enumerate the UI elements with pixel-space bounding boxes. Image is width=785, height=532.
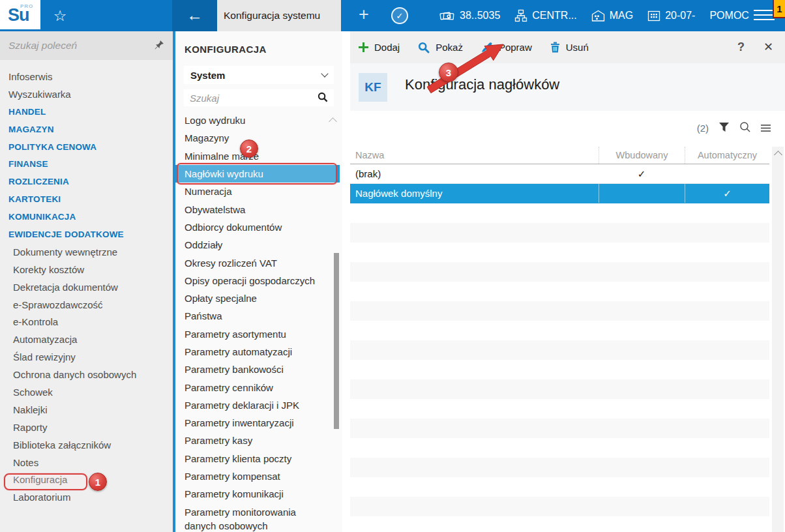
- column-header-automatyczny[interactable]: Automatyczny: [685, 147, 769, 164]
- sidebar-item-ochrona-danych-osobowych[interactable]: Ochrona danych osobowych: [0, 366, 173, 383]
- config-item-logo-wydruku[interactable]: Logo wydruku: [175, 111, 342, 129]
- sidebar-item-biblioteka-załączników[interactable]: Biblioteka załączników: [0, 436, 173, 454]
- column-header-nazwa[interactable]: Nazwa: [350, 150, 599, 160]
- config-item-parametry-kompensat[interactable]: Parametry kompensat: [175, 467, 342, 485]
- config-item-label: Parametry komunikacji: [185, 488, 284, 499]
- config-item-parametry-bankowości[interactable]: Parametry bankowości: [175, 361, 342, 378]
- sidebar-item-magazyn[interactable]: MAGAZYN: [0, 121, 173, 138]
- config-item-parametry-deklaracji-i-jpk[interactable]: Parametry deklaracji i JPK: [175, 396, 342, 414]
- sidebar-item-dekretacja-dokumentów[interactable]: Dekretacja dokumentów: [0, 278, 173, 296]
- status-item-mag[interactable]: MAG: [591, 10, 633, 22]
- back-button[interactable]: [172, 0, 217, 31]
- command-search-input[interactable]: Szukaj poleceń: [0, 31, 173, 60]
- config-item-obywatelstwa[interactable]: Obywatelstwa: [175, 200, 342, 218]
- sidebar-item-komunikacja[interactable]: KOMUNIKACJA: [0, 208, 173, 226]
- config-item-nagłówki-wydruku[interactable]: Nagłówki wydruku: [175, 165, 340, 183]
- config-item-parametry-klienta-poczty[interactable]: Parametry klienta poczty: [175, 450, 342, 467]
- pin-icon[interactable]: [155, 40, 164, 52]
- app-logo[interactable]: Su PRO: [0, 0, 40, 29]
- config-item-parametry-kasy[interactable]: Parametry kasy: [175, 432, 342, 449]
- sidebar-item-wyszukiwarka[interactable]: Wyszukiwarka: [0, 85, 173, 103]
- sidebar-item-handel[interactable]: HANDEL: [0, 103, 173, 121]
- topbar-status: 38..5035CENTR...MAG20-07-POMOC: [391, 0, 745, 31]
- sidebar-item-naklejki[interactable]: Naklejki: [0, 401, 173, 419]
- favorites-star-icon[interactable]: [47, 0, 73, 31]
- sidebar-item-e-sprawozdawczość[interactable]: e-Sprawozdawczość: [0, 296, 173, 314]
- dodaj-button[interactable]: Dodaj: [359, 42, 400, 53]
- sidebar-item-schowek[interactable]: Schowek: [0, 383, 173, 401]
- config-item-parametry-inwentaryzacji[interactable]: Parametry inwentaryzacji: [175, 414, 342, 432]
- sidebar-item-finanse[interactable]: FINANSE: [0, 155, 173, 173]
- search-icon[interactable]: [739, 121, 750, 134]
- config-item-parametry-cenników[interactable]: Parametry cenników: [175, 378, 342, 396]
- empty-row: [350, 360, 769, 379]
- config-item-odbiorcy-dokumentów[interactable]: Odbiorcy dokumentów: [175, 218, 342, 236]
- empty-row: [350, 223, 769, 243]
- config-item-label: Numeracja: [185, 186, 232, 197]
- headers-table: NazwaWbudowanyAutomatyczny(brak)✓Nagłówe…: [350, 147, 769, 532]
- pokaż-button[interactable]: Pokaż: [418, 42, 463, 53]
- config-search-input[interactable]: Szukaj: [184, 89, 334, 106]
- close-icon[interactable]: [763, 31, 773, 63]
- status-item-sync-check-icon[interactable]: [391, 7, 408, 24]
- scroll-up-icon[interactable]: [329, 117, 337, 126]
- scroll-up-icon[interactable]: [774, 151, 782, 159]
- sidebar-item-ślad-rewizyjny[interactable]: Ślad rewizyjny: [0, 348, 173, 366]
- config-item-parametry-automatyzacji[interactable]: Parametry automatyzacji: [175, 343, 342, 361]
- config-item-parametry-asortymentu[interactable]: Parametry asortymentu: [175, 325, 342, 343]
- usuń-button[interactable]: Usuń: [550, 42, 589, 53]
- sidebar-item-e-kontrola[interactable]: e-Kontrola: [0, 313, 173, 331]
- config-item-label: Parametry bankowości: [185, 364, 284, 375]
- notification-badge[interactable]: 1: [773, 0, 785, 18]
- config-list: Logo wydrukuMagazynyMinimalne marżeNagłó…: [175, 111, 342, 532]
- help-icon[interactable]: [737, 31, 745, 63]
- tab-konfiguracja-systemu[interactable]: Konfiguracja systemu: [217, 0, 341, 31]
- config-item-numeracja[interactable]: Numeracja: [175, 183, 342, 200]
- sidebar-item-notes[interactable]: Notes: [0, 454, 173, 471]
- sidebar-item-rozliczenia[interactable]: ROZLICZENIA: [0, 173, 173, 190]
- table-row-nagłówek-domyślny[interactable]: Nagłówek domyślny✓: [350, 184, 769, 203]
- sidebar-item-automatyzacja[interactable]: Automatyzacja: [0, 331, 173, 348]
- config-item-opłaty-specjalne[interactable]: Opłaty specjalne: [175, 289, 342, 307]
- empty-row: [350, 438, 769, 458]
- brush-icon: [481, 42, 493, 53]
- table-row-brak[interactable]: (brak)✓: [350, 164, 769, 184]
- status-item-20-07[interactable]: 20-07-: [647, 10, 695, 22]
- config-item-minimalne-marże[interactable]: Minimalne marże: [175, 147, 342, 165]
- sidebar-item-infoserwis[interactable]: Infoserwis: [0, 68, 173, 85]
- config-item-parametry-monitorowania-danych-osobowych[interactable]: Parametry monitorowania danych osobowych: [175, 503, 342, 532]
- sidebar-item-laboratorium[interactable]: Laboratorium: [0, 488, 173, 506]
- sidebar-item-dokumenty-wewnętrzne[interactable]: Dokumenty wewnętrzne: [0, 243, 173, 261]
- config-item-label: Parametry cenników: [185, 382, 273, 393]
- config-item-okresy-rozliczeń-vat[interactable]: Okresy rozliczeń VAT: [175, 254, 342, 271]
- config-list-scrollbar[interactable]: [334, 253, 339, 429]
- config-item-państwa[interactable]: Państwa: [175, 307, 342, 325]
- new-tab-button[interactable]: [352, 0, 376, 31]
- status-item-pomoc[interactable]: POMOC: [709, 10, 748, 22]
- toolbar-button-label: Dodaj: [374, 42, 400, 53]
- status-item-label: POMOC: [709, 10, 748, 22]
- menu-icon[interactable]: [754, 10, 775, 22]
- sidebar-item-ewidencje-dodatkowe[interactable]: EWIDENCJE DODATKOWE: [0, 226, 173, 243]
- column-header-wbudowany[interactable]: Wbudowany: [599, 147, 685, 164]
- config-item-oddziały[interactable]: Oddziały: [175, 236, 342, 254]
- sidebar-item-konfiguracja[interactable]: Konfiguracja: [0, 471, 173, 488]
- sidebar-item-kartoteki[interactable]: KARTOTEKI: [0, 190, 173, 208]
- config-item-parametry-komunikacji[interactable]: Parametry komunikacji: [175, 485, 342, 503]
- category-select[interactable]: System: [184, 66, 334, 84]
- list-menu-icon[interactable]: [761, 123, 771, 134]
- sidebar-item-raporty[interactable]: Raporty: [0, 419, 173, 436]
- status-item-label: 38..5035: [460, 10, 500, 22]
- search-icon[interactable]: [318, 92, 328, 104]
- popraw-button[interactable]: Popraw: [481, 42, 532, 53]
- status-item-centr[interactable]: CENTR...: [514, 9, 576, 22]
- config-item-magazyny[interactable]: Magazyny: [175, 129, 342, 147]
- filter-icon[interactable]: [719, 123, 729, 134]
- config-item-opisy-operacji-gospodarczych[interactable]: Opisy operacji gospodarczych: [175, 272, 342, 289]
- category-select-value: System: [190, 70, 225, 81]
- sidebar-item-polityka-cenowa[interactable]: POLITYKA CENOWA: [0, 138, 173, 156]
- main-list-scrollbar[interactable]: [772, 147, 784, 532]
- sidebar-item-korekty-kosztów[interactable]: Korekty kosztów: [0, 261, 173, 278]
- status-item-38-5035[interactable]: 38..5035: [439, 10, 500, 22]
- app-logo-pro-label: PRO: [20, 3, 33, 9]
